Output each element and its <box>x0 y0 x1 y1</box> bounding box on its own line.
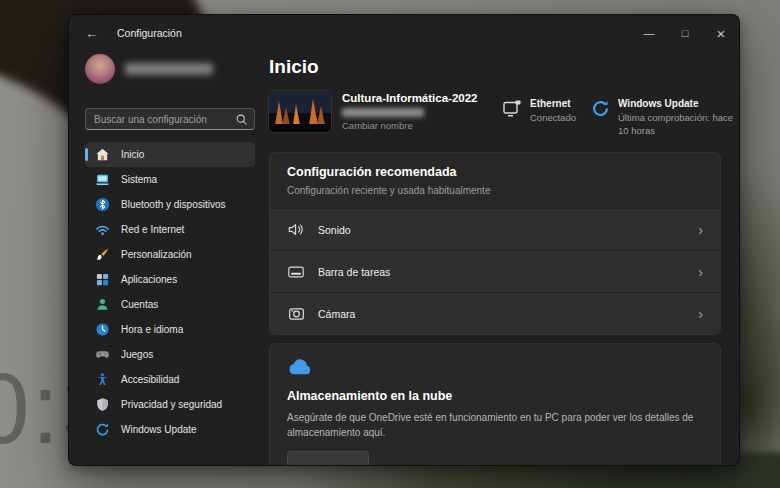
update-label: Windows Update <box>618 98 736 109</box>
update-arrows-icon <box>591 99 610 138</box>
sidebar-item-red-internet[interactable]: Red e Internet <box>85 217 255 242</box>
search-input[interactable] <box>85 108 255 130</box>
sidebar-item-sistema[interactable]: Sistema <box>85 167 255 192</box>
sidebar-item-juegos[interactable]: Juegos <box>85 342 255 367</box>
network-status: Conectado <box>530 112 576 125</box>
speaker-icon <box>287 222 305 237</box>
network-status-card[interactable]: Ethernet Conectado <box>502 98 576 125</box>
active-indicator <box>85 148 88 161</box>
sidebar-item-label: Accesibilidad <box>121 374 179 385</box>
camera-icon <box>287 306 305 322</box>
titlebar: ← Configuración — □ × <box>69 15 739 51</box>
maximize-button[interactable]: □ <box>667 15 703 51</box>
sidebar-item-label: Red e Internet <box>121 224 184 235</box>
cloud-storage-card: Almacenamiento en la nube Asegúrate de q… <box>269 343 721 466</box>
setting-row-label: Sonido <box>318 224 351 236</box>
cloud-action-button-partial[interactable] <box>287 451 369 466</box>
sidebar-item-aplicaciones[interactable]: Aplicaciones <box>85 267 255 292</box>
setting-row-label: Cámara <box>318 308 355 320</box>
sidebar-item-hora-idioma[interactable]: Hora e idioma <box>85 317 255 342</box>
cloud-storage-title: Almacenamiento en la nube <box>287 389 703 403</box>
search-icon <box>235 112 248 130</box>
shield-icon <box>95 397 110 412</box>
sidebar-nav: Inicio Sistema Bluetooth y dispositivos <box>85 142 255 442</box>
rename-device-link[interactable]: Cambiar nombre <box>342 120 477 131</box>
desktop: 0:34 ← Configuración — □ × <box>0 0 780 488</box>
person-icon <box>95 297 110 312</box>
laptop-icon <box>95 172 110 187</box>
setting-row-camara[interactable]: Cámara › <box>270 292 720 334</box>
setting-row-sonido[interactable]: Sonido › <box>270 208 720 250</box>
main-content: Inicio Cultura-Informática-20 <box>269 53 721 465</box>
recommended-title: Configuración recomendada <box>287 165 703 179</box>
device-wallpaper-thumbnail <box>269 91 331 132</box>
search-box <box>85 108 255 130</box>
wifi-icon <box>95 222 110 237</box>
update-arrows-icon <box>95 422 110 437</box>
device-model-redacted <box>342 108 424 117</box>
device-name: Cultura-Informática-2022 <box>342 92 477 104</box>
setting-row-barra-de-tareas[interactable]: Barra de tareas › <box>270 250 720 292</box>
bluetooth-icon <box>95 197 110 212</box>
apps-grid-icon <box>95 272 110 287</box>
device-header: Cultura-Informática-2022 Cambiar nombre … <box>269 91 721 138</box>
close-button[interactable]: × <box>703 15 739 51</box>
gamepad-icon <box>95 347 110 362</box>
clock-globe-icon <box>95 322 110 337</box>
sidebar-item-label: Hora e idioma <box>121 324 183 335</box>
user-name-redacted <box>125 63 213 75</box>
sidebar-item-label: Aplicaciones <box>121 274 177 285</box>
chevron-right-icon: › <box>698 223 703 237</box>
sidebar: Inicio Sistema Bluetooth y dispositivos <box>85 53 255 442</box>
update-status: Última comprobación: hace 10 horas <box>618 112 736 138</box>
page-title: Inicio <box>269 56 721 78</box>
sidebar-item-label: Cuentas <box>121 299 158 310</box>
sidebar-item-label: Sistema <box>121 174 157 185</box>
recommended-subtitle: Configuración reciente y usada habitualm… <box>287 185 703 196</box>
sidebar-item-inicio[interactable]: Inicio <box>85 142 255 167</box>
minimize-button[interactable]: — <box>631 15 667 51</box>
settings-window: ← Configuración — □ × <box>68 14 740 466</box>
back-button[interactable]: ← <box>85 26 105 41</box>
sidebar-item-windows-update[interactable]: Windows Update <box>85 417 255 442</box>
network-label: Ethernet <box>530 98 576 109</box>
window-controls: — □ × <box>631 15 739 51</box>
sidebar-item-privacidad[interactable]: Privacidad y seguridad <box>85 392 255 417</box>
sidebar-item-label: Inicio <box>121 149 144 160</box>
brush-icon <box>95 247 110 262</box>
sidebar-item-accesibilidad[interactable]: Accesibilidad <box>85 367 255 392</box>
taskbar-icon <box>287 264 305 280</box>
sidebar-item-personalizacion[interactable]: Personalización <box>85 242 255 267</box>
recommended-header: Configuración recomendada Configuración … <box>270 153 720 208</box>
device-info: Cultura-Informática-2022 Cambiar nombre <box>342 92 477 131</box>
avatar <box>85 54 115 84</box>
window-title: Configuración <box>117 27 182 39</box>
sidebar-item-label: Windows Update <box>121 424 197 435</box>
sidebar-item-label: Juegos <box>121 349 153 360</box>
recommended-settings-card: Configuración recomendada Configuración … <box>269 152 721 335</box>
home-icon <box>95 147 110 162</box>
sidebar-item-label: Personalización <box>121 249 192 260</box>
cloud-storage-description: Asegúrate de que OneDrive esté en funcio… <box>287 410 703 440</box>
chevron-right-icon: › <box>698 265 703 279</box>
setting-row-label: Barra de tareas <box>318 266 390 278</box>
cloud-icon <box>287 361 314 378</box>
ethernet-icon <box>502 99 522 125</box>
windows-update-status-card[interactable]: Windows Update Última comprobación: hace… <box>591 98 736 138</box>
sidebar-item-cuentas[interactable]: Cuentas <box>85 292 255 317</box>
accessibility-icon <box>95 372 110 387</box>
sidebar-item-label: Privacidad y seguridad <box>121 399 222 410</box>
user-profile[interactable] <box>85 53 255 85</box>
chevron-right-icon: › <box>698 307 703 321</box>
sidebar-item-bluetooth[interactable]: Bluetooth y dispositivos <box>85 192 255 217</box>
sidebar-item-label: Bluetooth y dispositivos <box>121 199 226 210</box>
